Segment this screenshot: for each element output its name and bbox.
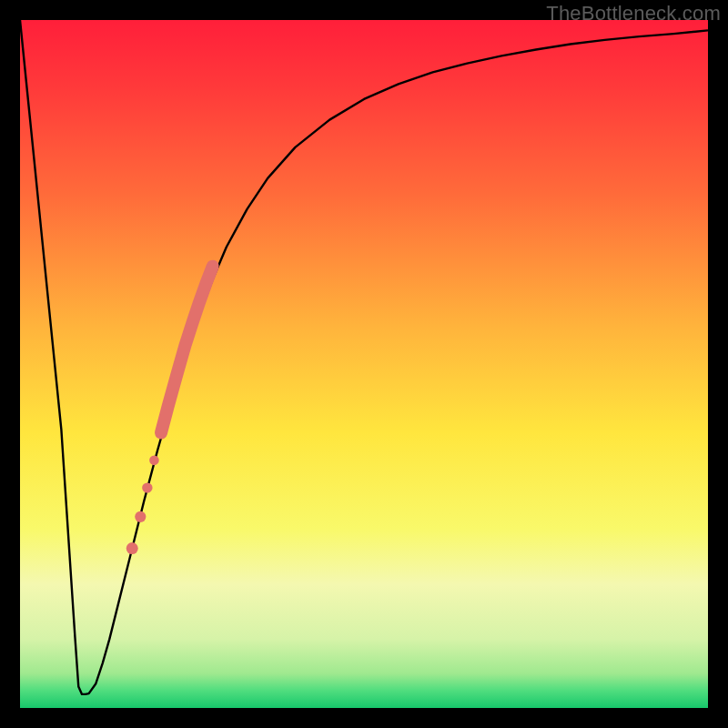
highlight-dot bbox=[149, 456, 159, 466]
highlight-dot bbox=[142, 482, 152, 492]
bottleneck-curve bbox=[20, 20, 708, 694]
highlight-dot bbox=[126, 542, 138, 554]
highlight-dot bbox=[135, 511, 146, 522]
curve-layer bbox=[20, 20, 708, 708]
chart-frame: TheBottleneck.com bbox=[0, 0, 728, 728]
highlight-segment bbox=[161, 267, 213, 433]
watermark-text: TheBottleneck.com bbox=[546, 2, 721, 25]
plot-area bbox=[20, 20, 708, 708]
